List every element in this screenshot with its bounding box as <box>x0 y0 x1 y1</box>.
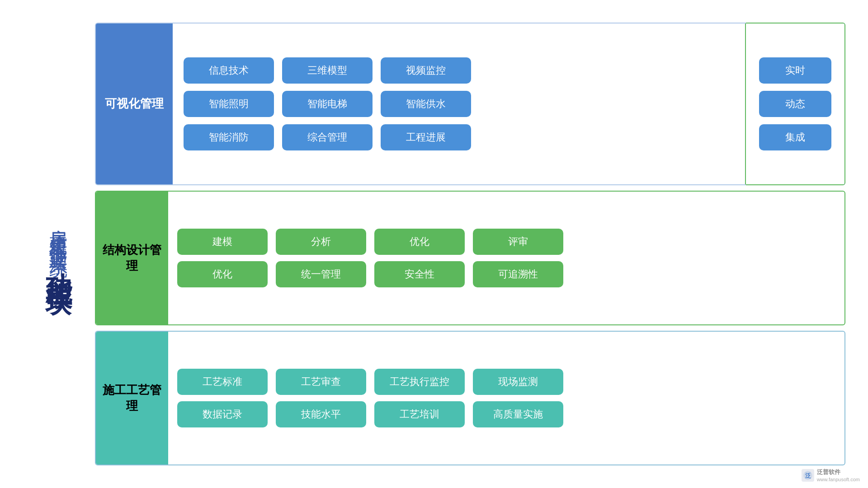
title-wrapper: 房屋建筑工程企业管理系统 功能模块 <box>41 18 76 470</box>
page-container: 房屋建筑工程企业管理系统 功能模块 可视化管理 信息技术 三维模型 <box>0 0 868 488</box>
tag-zhineng-lighting: 智能照明 <box>184 91 274 117</box>
main-layout: 房屋建筑工程企业管理系统 功能模块 可视化管理 信息技术 三维模型 <box>23 18 845 470</box>
left-title: 房屋建筑工程企业管理系统 功能模块 <box>23 18 95 470</box>
visual-row-2: 智能照明 智能电梯 智能供水 <box>184 91 734 117</box>
tag-safety: 安全性 <box>374 261 465 287</box>
content-area: 可视化管理 信息技术 三维模型 视频监控 智能照明 智能电梯 智能供水 <box>95 18 845 470</box>
construction-content: 工艺标准 工艺审查 工艺执行监控 现场监测 数据记录 技能水平 工艺培训 高质量… <box>168 332 844 465</box>
tag-xinxi: 信息技术 <box>184 57 274 84</box>
tag-shipin: 视频监控 <box>381 57 471 84</box>
title-top-text: 房屋建筑工程企业管理系统 <box>47 215 71 248</box>
construction-row-1: 工艺标准 工艺审查 工艺执行监控 现场监测 <box>177 369 835 395</box>
tag-high-quality: 高质量实施 <box>473 401 563 427</box>
section-visual-row: 可视化管理 信息技术 三维模型 视频监控 智能照明 智能电梯 智能供水 <box>95 23 845 185</box>
tag-optimize1: 优化 <box>374 229 465 255</box>
tag-progress: 工程进展 <box>381 124 471 150</box>
tag-craft-std: 工艺标准 <box>177 369 268 395</box>
svg-text:泛: 泛 <box>805 472 811 479</box>
tag-zhineng-water: 智能供水 <box>381 91 471 117</box>
tag-fire: 智能消防 <box>184 124 274 150</box>
tag-skill-level: 技能水平 <box>276 401 366 427</box>
tag-integration: 集成 <box>759 124 831 150</box>
tag-craft-review: 工艺审查 <box>276 369 366 395</box>
structural-row-2: 优化 统一管理 安全性 可追溯性 <box>177 261 835 287</box>
visual-outer-border: 可视化管理 信息技术 三维模型 视频监控 智能照明 智能电梯 智能供水 <box>95 23 845 185</box>
tag-craft-monitor: 工艺执行监控 <box>374 369 465 395</box>
title-bottom-text: 功能模块 <box>41 251 76 273</box>
tag-realtime: 实时 <box>759 57 831 84</box>
tag-traceable: 可追溯性 <box>473 261 563 287</box>
construction-row-2: 数据记录 技能水平 工艺培训 高质量实施 <box>177 401 835 427</box>
tag-modeling: 建模 <box>177 229 268 255</box>
construction-label: 施工工艺管理 <box>96 332 168 465</box>
tag-optimize2: 优化 <box>177 261 268 287</box>
visual-row-1: 信息技术 三维模型 视频监控 <box>184 57 734 84</box>
watermark-text: 泛普软件 www.fanpusoft.com <box>817 469 860 483</box>
tag-analysis: 分析 <box>276 229 366 255</box>
structural-label: 结构设计管理 <box>96 192 168 324</box>
visual-side-tags: 实时 动态 集成 <box>746 23 845 185</box>
structural-content: 建模 分析 优化 评审 优化 统一管理 安全性 可追溯性 <box>168 192 844 324</box>
section-structural-row: 结构设计管理 建模 分析 优化 评审 优化 统一管理 安全性 可追溯性 <box>95 191 845 325</box>
watermark: 泛 泛普软件 www.fanpusoft.com <box>802 469 860 483</box>
tag-review: 评审 <box>473 229 563 255</box>
structural-row-1: 建模 分析 优化 评审 <box>177 229 835 255</box>
tag-craft-training: 工艺培训 <box>374 401 465 427</box>
tag-data-record: 数据记录 <box>177 401 268 427</box>
section-construction-row: 施工工艺管理 工艺标准 工艺审查 工艺执行监控 现场监测 数据记录 技能水平 工… <box>95 331 845 465</box>
visual-label: 可视化管理 <box>96 23 173 184</box>
tag-onsite-monitor: 现场监测 <box>473 369 563 395</box>
watermark-icon: 泛 <box>802 469 814 482</box>
visual-main-tags: 信息技术 三维模型 视频监控 智能照明 智能电梯 智能供水 智能消防 综合管理 <box>173 23 746 184</box>
tag-zhineng-elevator: 智能电梯 <box>282 91 373 117</box>
tag-unified-mgmt: 统一管理 <box>276 261 366 287</box>
visual-row-3: 智能消防 综合管理 工程进展 <box>184 124 734 150</box>
tag-dynamic: 动态 <box>759 91 831 117</box>
tag-sanwei: 三维模型 <box>282 57 373 84</box>
tag-comprehensive: 综合管理 <box>282 124 373 150</box>
